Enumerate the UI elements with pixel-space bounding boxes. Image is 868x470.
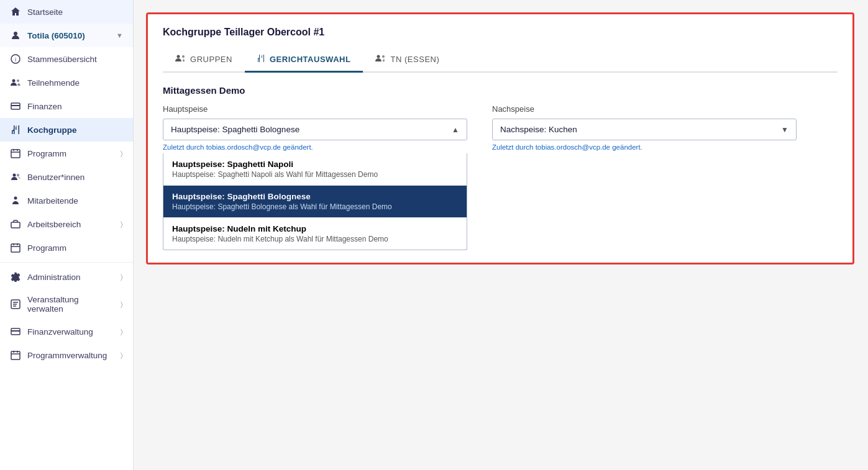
svg-point-18	[182, 55, 185, 58]
option-bolognese-title: Hauptspeise: Spaghetti Bolognese	[172, 192, 458, 201]
chevron-right3-icon: 〉	[121, 273, 123, 281]
groups2-icon	[375, 54, 386, 65]
nachspeise-changed-by: Zuletzt durch tobias.ordosch@vcp.de geän…	[492, 143, 797, 151]
dropdown-option-napoli[interactable]: Hauptspeise: Spaghetti Napoli Hauptspeis…	[163, 153, 467, 186]
sidebar-item-label: Programm	[27, 149, 66, 158]
home-icon	[10, 6, 21, 17]
hauptspeise-label: Hauptspeise	[163, 104, 467, 114]
svg-point-9	[17, 174, 19, 176]
food-columns: Hauptspeise Hauptspeise: Spaghetti Bolog…	[163, 104, 838, 250]
hauptspeise-changed-by: Zuletzt durch tobias.ordosch@vcp.de geän…	[163, 143, 467, 151]
chevron-right4-icon: 〉	[121, 301, 123, 309]
chevron-down-icon: ▼	[116, 32, 123, 39]
tabs-bar: GRUPPEN GERICHTAUSWAHL TN (ESSEN)	[163, 48, 838, 73]
users-icon	[10, 77, 21, 88]
nachspeise-label: Nachspeise	[492, 104, 797, 114]
chevron-right-icon: 〉	[121, 150, 123, 158]
sidebar-item-veranstaltung[interactable]: Veranstaltung verwalten 〉	[0, 289, 133, 320]
sidebar-item-administration[interactable]: Administration 〉	[0, 265, 133, 289]
sidebar-item-label: Benutzer*innen	[27, 173, 85, 182]
sidebar-item-programmverwaltung[interactable]: Programmverwaltung 〉	[0, 343, 133, 367]
svg-point-4	[17, 79, 19, 82]
option-napoli-desc: Hauptspeise: Spaghetti Napoli als Wahl f…	[172, 170, 458, 179]
utensils2-icon	[257, 54, 266, 65]
tab-tn-essen-label: TN (ESSEN)	[390, 55, 439, 64]
nachspeise-dropdown-trigger[interactable]: Nachspeise: Kuchen ▼	[492, 119, 797, 140]
nachspeise-col: Nachspeise Nachspeise: Kuchen ▼ Zuletzt …	[492, 104, 797, 153]
sidebar-item-label: Startseite	[27, 7, 63, 17]
sidebar-item-label: Arbeitsbereich	[27, 220, 81, 229]
sidebar-item-label: Programmverwaltung	[27, 351, 107, 360]
sidebar: Startseite Totila (605010) ▼ i Stammesüb…	[0, 0, 134, 470]
sidebar-item-label: Veranstaltung verwalten	[27, 295, 114, 314]
svg-rect-6	[11, 105, 20, 106]
user-icon	[10, 30, 21, 41]
sidebar-item-label: Finanzen	[27, 102, 62, 111]
tab-tn-essen[interactable]: TN (ESSEN)	[363, 48, 452, 73]
svg-rect-16	[11, 351, 20, 359]
dropdown-option-ketchup[interactable]: Hauptspeise: Nudeln mit Ketchup Hauptspe…	[163, 218, 467, 250]
option-ketchup-desc: Hauptspeise: Nudeln mit Ketchup als Wahl…	[172, 235, 458, 243]
sidebar-item-startseite[interactable]: Startseite	[0, 0, 133, 24]
chevron-down2-icon: ▼	[781, 125, 788, 134]
sidebar-item-stammesübersicht[interactable]: i Stammesübersicht	[0, 47, 133, 71]
sidebar-item-mitarbeitende[interactable]: Mitarbeitende	[0, 189, 133, 212]
utensils-icon	[10, 124, 21, 135]
hauptspeise-col: Hauptspeise Hauptspeise: Spaghetti Bolog…	[163, 104, 467, 250]
calendar-icon	[10, 148, 21, 159]
tab-gerichtauswahl[interactable]: GERICHTAUSWAHL	[245, 48, 363, 73]
info-icon: i	[10, 53, 21, 65]
svg-point-3	[12, 79, 16, 83]
option-bolognese-desc: Hauptspeise: Spaghetti Bolognese als Wah…	[172, 202, 458, 211]
sidebar-item-finanzverwaltung[interactable]: Finanzverwaltung 〉	[0, 320, 133, 343]
sidebar-item-kochgruppe[interactable]: Kochgruppe	[0, 118, 133, 142]
gear-icon	[10, 271, 21, 282]
sidebar-item-finanzen[interactable]: Finanzen	[0, 94, 133, 118]
option-napoli-title: Hauptspeise: Spaghetti Napoli	[172, 160, 458, 169]
hauptspeise-dropdown-trigger[interactable]: Hauptspeise: Spaghetti Bolognese ▲	[163, 119, 467, 140]
svg-point-19	[377, 55, 380, 58]
option-ketchup-title: Hauptspeise: Nudeln mit Ketchup	[172, 224, 458, 233]
sidebar-item-totila[interactable]: Totila (605010) ▼	[0, 24, 133, 47]
svg-point-17	[177, 55, 180, 58]
section-title: Mittagessen Demo	[163, 85, 838, 96]
credit-card2-icon	[10, 326, 21, 337]
sidebar-item-teilnehmende[interactable]: Teilnehmende	[0, 71, 133, 94]
sidebar-item-label: Finanzverwaltung	[27, 327, 93, 337]
calendar2-icon	[10, 242, 21, 253]
sidebar-item-label: Administration	[27, 273, 81, 282]
tab-gerichtauswahl-label: GERICHTAUSWAHL	[270, 55, 351, 64]
chevron-right5-icon: 〉	[121, 328, 123, 336]
main-content: Kochgruppe Teillager Obercool #1 GRUPPEN…	[134, 0, 868, 470]
briefcase-icon	[10, 219, 21, 230]
tab-gruppen-label: GRUPPEN	[190, 55, 232, 64]
svg-point-0	[14, 32, 17, 35]
svg-rect-11	[11, 222, 20, 228]
svg-point-8	[13, 174, 16, 177]
chevron-right6-icon: 〉	[121, 351, 123, 359]
tab-gruppen[interactable]: GRUPPEN	[163, 48, 245, 73]
dropdown-option-bolognese[interactable]: Hauptspeise: Spaghetti Bolognese Hauptsp…	[163, 186, 467, 218]
sidebar-item-label: Mitarbeitende	[27, 196, 78, 206]
card-title: Kochgruppe Teillager Obercool #1	[163, 27, 838, 38]
svg-text:i: i	[15, 56, 16, 63]
sidebar-item-programm1[interactable]: Programm 〉	[0, 142, 133, 165]
groups-icon	[175, 54, 186, 65]
credit-card-icon	[10, 101, 21, 112]
svg-rect-15	[11, 330, 20, 332]
sidebar-item-label: Stammesübersicht	[27, 55, 97, 64]
sidebar-item-arbeitsbereich[interactable]: Arbeitsbereich 〉	[0, 212, 133, 236]
chevron-right2-icon: 〉	[121, 220, 123, 228]
settings2-icon	[10, 299, 21, 310]
chevron-up-icon: ▲	[452, 125, 459, 134]
calendar3-icon	[10, 350, 21, 361]
sidebar-item-benutzerinnen[interactable]: Benutzer*innen	[0, 165, 133, 189]
hauptspeise-selected-value: Hauptspeise: Spaghetti Bolognese	[171, 125, 299, 134]
nachspeise-selected-value: Nachspeise: Kuchen	[500, 125, 577, 134]
svg-point-10	[14, 197, 17, 200]
sidebar-item-label: Totila (605010)	[27, 31, 85, 40]
sidebar-item-programm2[interactable]: Programm	[0, 236, 133, 260]
main-card: Kochgruppe Teillager Obercool #1 GRUPPEN…	[146, 12, 854, 264]
svg-rect-12	[11, 244, 20, 252]
sidebar-item-label: Teilnehmende	[27, 78, 80, 88]
